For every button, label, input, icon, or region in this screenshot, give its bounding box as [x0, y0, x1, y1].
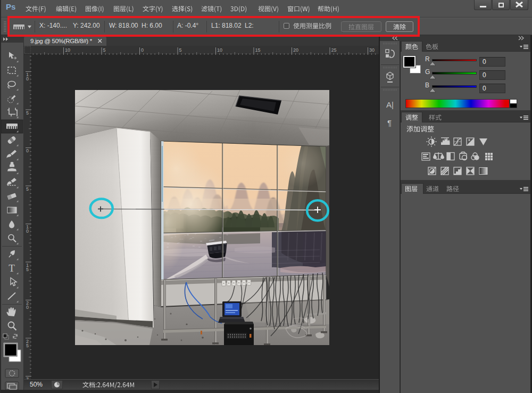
svg-text:25: 25: [331, 47, 337, 53]
svg-text:T: T: [9, 263, 15, 274]
svg-text:0: 0: [26, 148, 29, 153]
svg-text:5: 5: [26, 186, 29, 192]
svg-text:5: 5: [26, 267, 29, 272]
svg-text:5: 5: [179, 47, 182, 53]
svg-text:5: 5: [26, 343, 29, 348]
svg-text:15: 15: [255, 47, 261, 53]
svg-text:5: 5: [26, 110, 29, 116]
svg-text:20: 20: [293, 47, 298, 53]
svg-text:0: 0: [26, 228, 29, 234]
svg-text:10: 10: [65, 47, 70, 53]
svg-text:3: 3: [26, 376, 29, 379]
svg-text:0: 0: [26, 76, 29, 81]
svg-text:0: 0: [141, 47, 144, 53]
svg-text:10: 10: [217, 47, 222, 53]
svg-text:5: 5: [103, 47, 106, 53]
svg-text:0: 0: [26, 305, 29, 310]
